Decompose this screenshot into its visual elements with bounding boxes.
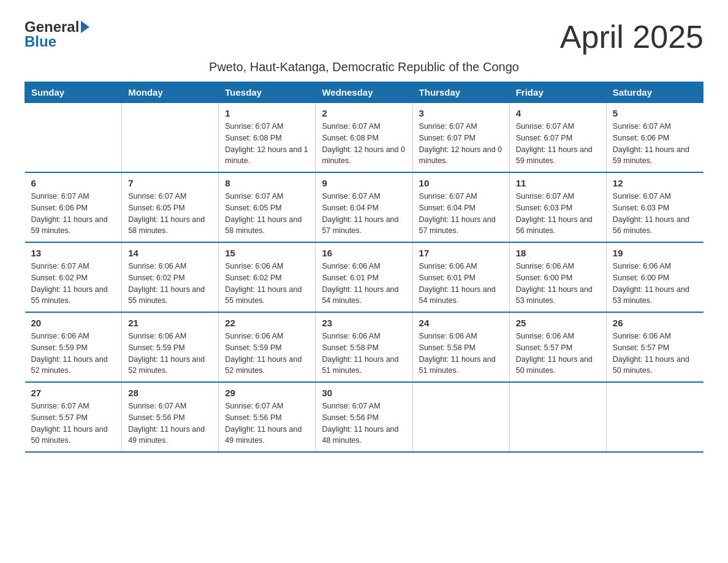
calendar-cell: 15Sunrise: 6:06 AMSunset: 6:02 PMDayligh… bbox=[219, 242, 316, 312]
calendar-cell: 28Sunrise: 6:07 AMSunset: 5:56 PMDayligh… bbox=[122, 382, 219, 452]
logo: General Blue bbox=[25, 18, 89, 50]
day-info: Sunrise: 6:06 AMSunset: 5:57 PMDaylight:… bbox=[516, 331, 600, 377]
weekday-header-row: SundayMondayTuesdayWednesdayThursdayFrid… bbox=[25, 82, 703, 103]
day-info: Sunrise: 6:07 AMSunset: 6:04 PMDaylight:… bbox=[322, 191, 406, 237]
day-number: 22 bbox=[225, 318, 309, 328]
day-number: 19 bbox=[613, 248, 697, 258]
calendar-cell: 9Sunrise: 6:07 AMSunset: 6:04 PMDaylight… bbox=[316, 172, 412, 242]
day-info: Sunrise: 6:06 AMSunset: 5:58 PMDaylight:… bbox=[322, 331, 406, 377]
day-number: 27 bbox=[31, 388, 116, 398]
day-number: 28 bbox=[128, 388, 212, 398]
day-info: Sunrise: 6:07 AMSunset: 6:05 PMDaylight:… bbox=[225, 191, 309, 237]
calendar-cell: 27Sunrise: 6:07 AMSunset: 5:57 PMDayligh… bbox=[25, 382, 122, 452]
logo-blue-text: Blue bbox=[25, 33, 56, 50]
day-info: Sunrise: 6:06 AMSunset: 6:02 PMDaylight:… bbox=[128, 261, 212, 307]
calendar-cell: 22Sunrise: 6:06 AMSunset: 5:59 PMDayligh… bbox=[219, 312, 316, 382]
calendar-cell: 20Sunrise: 6:06 AMSunset: 5:59 PMDayligh… bbox=[25, 312, 122, 382]
calendar-cell bbox=[606, 382, 703, 452]
calendar-cell: 12Sunrise: 6:07 AMSunset: 6:03 PMDayligh… bbox=[606, 172, 703, 242]
calendar-cell: 17Sunrise: 6:06 AMSunset: 6:01 PMDayligh… bbox=[412, 242, 509, 312]
day-number: 2 bbox=[322, 108, 406, 118]
day-number: 23 bbox=[322, 318, 406, 328]
weekday-header-thursday: Thursday bbox=[412, 82, 509, 103]
day-info: Sunrise: 6:07 AMSunset: 5:57 PMDaylight:… bbox=[31, 400, 116, 446]
calendar-cell: 23Sunrise: 6:06 AMSunset: 5:58 PMDayligh… bbox=[316, 312, 412, 382]
weekday-header-sunday: Sunday bbox=[25, 82, 122, 103]
weekday-header-wednesday: Wednesday bbox=[316, 82, 412, 103]
day-info: Sunrise: 6:07 AMSunset: 6:04 PMDaylight:… bbox=[419, 191, 503, 237]
day-number: 16 bbox=[322, 248, 406, 258]
weekday-header-tuesday: Tuesday bbox=[219, 82, 316, 103]
calendar-cell bbox=[122, 103, 219, 173]
weekday-header-friday: Friday bbox=[509, 82, 606, 103]
calendar-cell bbox=[509, 382, 606, 452]
calendar-cell bbox=[25, 103, 122, 173]
day-number: 10 bbox=[419, 178, 503, 188]
day-number: 3 bbox=[419, 108, 503, 118]
day-info: Sunrise: 6:06 AMSunset: 6:00 PMDaylight:… bbox=[516, 261, 600, 307]
calendar-cell: 26Sunrise: 6:06 AMSunset: 5:57 PMDayligh… bbox=[606, 312, 703, 382]
location-title: Pweto, Haut-Katanga, Democratic Republic… bbox=[25, 60, 703, 74]
calendar-cell: 24Sunrise: 6:06 AMSunset: 5:58 PMDayligh… bbox=[412, 312, 509, 382]
calendar-table: SundayMondayTuesdayWednesdayThursdayFrid… bbox=[25, 82, 703, 453]
calendar-cell: 10Sunrise: 6:07 AMSunset: 6:04 PMDayligh… bbox=[412, 172, 509, 242]
day-number: 5 bbox=[613, 108, 697, 118]
day-info: Sunrise: 6:07 AMSunset: 6:03 PMDaylight:… bbox=[516, 191, 600, 237]
calendar-week-row: 20Sunrise: 6:06 AMSunset: 5:59 PMDayligh… bbox=[25, 312, 703, 382]
day-info: Sunrise: 6:06 AMSunset: 6:01 PMDaylight:… bbox=[322, 261, 406, 307]
day-number: 6 bbox=[31, 178, 116, 188]
weekday-header-monday: Monday bbox=[122, 82, 219, 103]
calendar-week-row: 27Sunrise: 6:07 AMSunset: 5:57 PMDayligh… bbox=[25, 382, 703, 452]
calendar-cell: 25Sunrise: 6:06 AMSunset: 5:57 PMDayligh… bbox=[509, 312, 606, 382]
calendar-cell: 1Sunrise: 6:07 AMSunset: 6:08 PMDaylight… bbox=[219, 103, 316, 173]
day-info: Sunrise: 6:06 AMSunset: 5:59 PMDaylight:… bbox=[128, 331, 212, 377]
day-number: 11 bbox=[516, 178, 600, 188]
calendar-cell: 3Sunrise: 6:07 AMSunset: 6:07 PMDaylight… bbox=[412, 103, 509, 173]
day-number: 21 bbox=[128, 318, 212, 328]
day-info: Sunrise: 6:07 AMSunset: 5:56 PMDaylight:… bbox=[128, 400, 212, 446]
calendar-cell: 19Sunrise: 6:06 AMSunset: 6:00 PMDayligh… bbox=[606, 242, 703, 312]
calendar-cell: 7Sunrise: 6:07 AMSunset: 6:05 PMDaylight… bbox=[122, 172, 219, 242]
day-number: 9 bbox=[322, 178, 406, 188]
calendar-cell: 6Sunrise: 6:07 AMSunset: 6:06 PMDaylight… bbox=[25, 172, 122, 242]
day-info: Sunrise: 6:07 AMSunset: 6:08 PMDaylight:… bbox=[225, 121, 309, 167]
day-number: 4 bbox=[516, 108, 600, 118]
day-info: Sunrise: 6:06 AMSunset: 5:58 PMDaylight:… bbox=[419, 331, 503, 377]
calendar-cell: 2Sunrise: 6:07 AMSunset: 6:08 PMDaylight… bbox=[316, 103, 412, 173]
calendar-cell: 13Sunrise: 6:07 AMSunset: 6:02 PMDayligh… bbox=[25, 242, 122, 312]
day-info: Sunrise: 6:06 AMSunset: 5:57 PMDaylight:… bbox=[613, 331, 697, 377]
calendar-cell: 14Sunrise: 6:06 AMSunset: 6:02 PMDayligh… bbox=[122, 242, 219, 312]
day-info: Sunrise: 6:07 AMSunset: 6:06 PMDaylight:… bbox=[613, 121, 697, 167]
day-number: 8 bbox=[225, 178, 309, 188]
calendar-cell: 11Sunrise: 6:07 AMSunset: 6:03 PMDayligh… bbox=[509, 172, 606, 242]
day-number: 20 bbox=[31, 318, 116, 328]
day-number: 7 bbox=[128, 178, 212, 188]
day-number: 14 bbox=[128, 248, 212, 258]
calendar-cell: 21Sunrise: 6:06 AMSunset: 5:59 PMDayligh… bbox=[122, 312, 219, 382]
calendar-week-row: 1Sunrise: 6:07 AMSunset: 6:08 PMDaylight… bbox=[25, 103, 703, 173]
logo-arrow-icon bbox=[81, 21, 89, 33]
day-number: 30 bbox=[322, 388, 406, 398]
calendar-cell: 8Sunrise: 6:07 AMSunset: 6:05 PMDaylight… bbox=[219, 172, 316, 242]
calendar-cell: 18Sunrise: 6:06 AMSunset: 6:00 PMDayligh… bbox=[509, 242, 606, 312]
calendar-cell: 30Sunrise: 6:07 AMSunset: 5:56 PMDayligh… bbox=[316, 382, 412, 452]
day-number: 26 bbox=[613, 318, 697, 328]
calendar-cell bbox=[412, 382, 509, 452]
day-info: Sunrise: 6:06 AMSunset: 5:59 PMDaylight:… bbox=[225, 331, 309, 377]
day-info: Sunrise: 6:07 AMSunset: 6:05 PMDaylight:… bbox=[128, 191, 212, 237]
day-number: 25 bbox=[516, 318, 600, 328]
calendar-cell: 16Sunrise: 6:06 AMSunset: 6:01 PMDayligh… bbox=[316, 242, 412, 312]
weekday-header-saturday: Saturday bbox=[606, 82, 703, 103]
day-info: Sunrise: 6:07 AMSunset: 5:56 PMDaylight:… bbox=[225, 400, 309, 446]
day-info: Sunrise: 6:06 AMSunset: 5:59 PMDaylight:… bbox=[31, 331, 116, 377]
day-info: Sunrise: 6:07 AMSunset: 6:08 PMDaylight:… bbox=[322, 121, 406, 167]
day-info: Sunrise: 6:06 AMSunset: 6:01 PMDaylight:… bbox=[419, 261, 503, 307]
day-info: Sunrise: 6:07 AMSunset: 6:03 PMDaylight:… bbox=[613, 191, 697, 237]
calendar-cell: 5Sunrise: 6:07 AMSunset: 6:06 PMDaylight… bbox=[606, 103, 703, 173]
day-number: 13 bbox=[31, 248, 116, 258]
day-info: Sunrise: 6:07 AMSunset: 6:06 PMDaylight:… bbox=[31, 191, 116, 237]
day-number: 12 bbox=[613, 178, 697, 188]
day-info: Sunrise: 6:07 AMSunset: 5:56 PMDaylight:… bbox=[322, 400, 406, 446]
day-info: Sunrise: 6:07 AMSunset: 6:02 PMDaylight:… bbox=[31, 261, 116, 307]
month-year-title: April 2025 bbox=[560, 18, 703, 55]
